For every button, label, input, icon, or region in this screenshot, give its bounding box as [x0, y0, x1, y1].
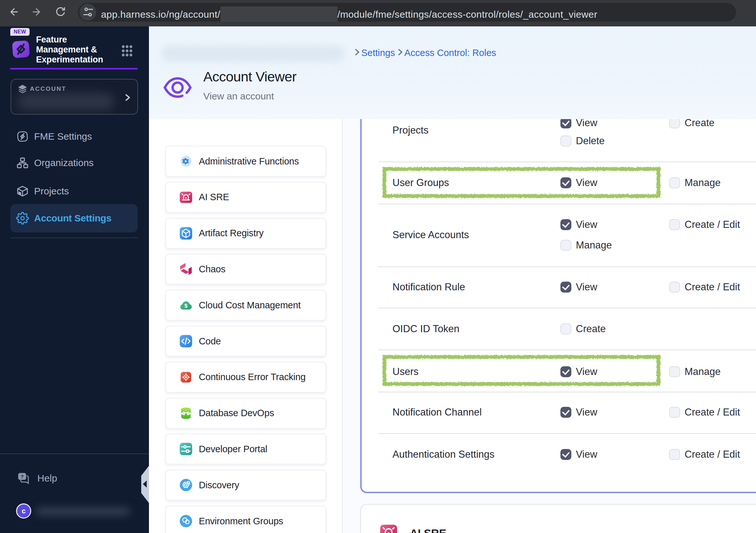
svg-text:$: $	[184, 302, 188, 309]
svg-text:?: ?	[21, 474, 23, 479]
